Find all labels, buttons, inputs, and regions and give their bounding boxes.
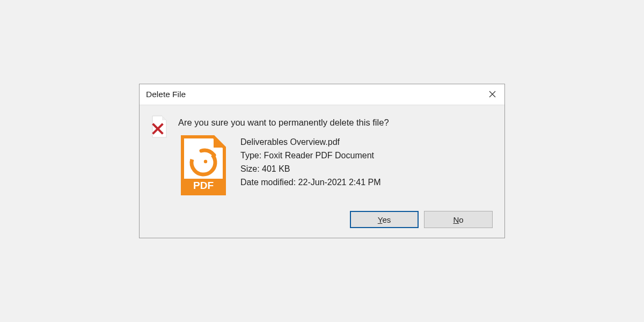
yes-button[interactable]: Yes xyxy=(350,211,419,228)
foxit-pdf-icon: PDF xyxy=(178,134,229,197)
close-icon xyxy=(489,91,496,98)
titlebar: Delete File xyxy=(140,84,504,105)
file-date-modified: Date modified: 22-Jun-2021 2:41 PM xyxy=(240,176,380,189)
delete-file-dialog: Delete File xyxy=(139,84,505,238)
svg-text:PDF: PDF xyxy=(193,180,214,191)
file-type: Type: Foxit Reader PDF Document xyxy=(240,149,380,163)
dialog-title: Delete File xyxy=(140,90,480,99)
svg-point-5 xyxy=(204,160,207,163)
file-details: Deliverables Overview.pdf Type: Foxit Re… xyxy=(240,136,380,189)
question-text: Are you sure you want to permanently del… xyxy=(178,117,494,128)
delete-file-icon xyxy=(150,115,172,142)
no-button[interactable]: No xyxy=(424,211,493,228)
dialog-body: Are you sure you want to permanently del… xyxy=(140,105,504,238)
close-button[interactable] xyxy=(480,84,504,105)
button-row: Yes No xyxy=(150,211,494,228)
file-name: Deliverables Overview.pdf xyxy=(240,136,380,149)
file-size: Size: 401 KB xyxy=(240,163,380,176)
